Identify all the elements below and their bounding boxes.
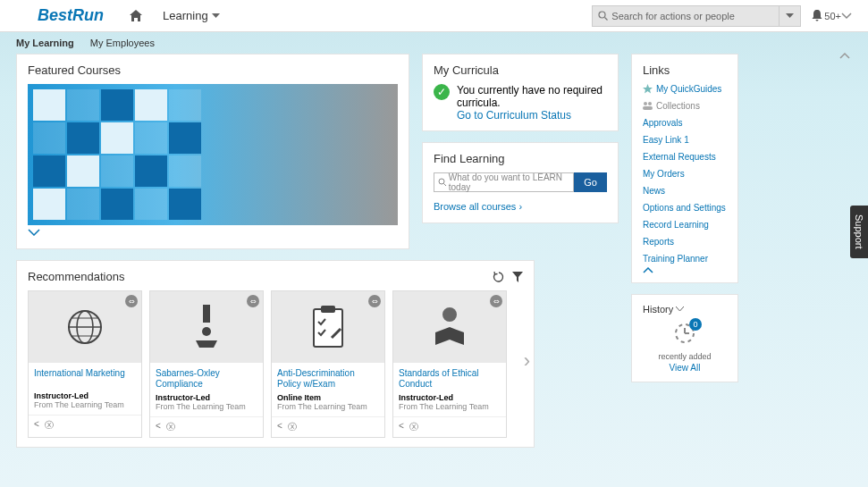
link-item[interactable]: Easy Link 1 — [643, 135, 727, 145]
curricula-title: My Curricula — [434, 63, 607, 77]
search-icon — [598, 11, 608, 21]
search-placeholder: Search for actions or people — [611, 11, 735, 21]
svg-rect-10 — [321, 306, 335, 313]
person-book-icon — [430, 306, 469, 348]
brand-logo[interactable]: BestRun — [38, 6, 104, 25]
dismiss-icon[interactable]: ⓧ — [409, 421, 418, 433]
svg-rect-16 — [643, 106, 653, 110]
user-menu-dropdown[interactable] — [841, 13, 852, 20]
dismiss-icon[interactable]: ⓧ — [166, 421, 175, 433]
link-badge-icon[interactable]: ⇔ — [247, 295, 259, 307]
svg-rect-7 — [203, 305, 210, 323]
browse-courses-link[interactable]: Browse all courses › — [434, 201, 522, 212]
svg-point-0 — [599, 12, 605, 18]
notif-count: 50+ — [824, 11, 841, 21]
card-title-link[interactable]: International Marketing — [34, 368, 136, 388]
share-icon[interactable]: < — [399, 421, 404, 433]
card-title-link[interactable]: Standards of Ethical Conduct — [399, 368, 501, 390]
globe-icon — [64, 306, 105, 348]
card-title-link[interactable]: Sabarnes-Oxley Compliance — [156, 368, 257, 390]
home-icon[interactable] — [129, 10, 143, 22]
recommendation-card: ⇔ International Marketing Instructor-Led… — [28, 290, 142, 438]
svg-point-8 — [202, 327, 211, 336]
history-count-badge: 0 — [689, 318, 702, 331]
card-source: From The Learning Team — [156, 402, 257, 411]
tab-my-employees[interactable]: My Employees — [90, 38, 155, 48]
links-collapse-button[interactable] — [643, 267, 727, 273]
card-thumbnail[interactable]: ⇔ — [393, 291, 506, 363]
svg-point-11 — [442, 307, 457, 322]
link-item[interactable]: Approvals — [643, 118, 727, 128]
curricula-message: You currently have no required curricula… — [457, 84, 607, 109]
featured-expand-button[interactable] — [28, 225, 398, 239]
exclamation-badge-icon — [187, 305, 226, 349]
card-thumbnail[interactable]: ⇔ — [29, 291, 141, 363]
card-thumbnail[interactable]: ⇔ — [272, 291, 384, 363]
link-item[interactable]: Options and Settings — [643, 203, 727, 213]
dismiss-icon[interactable]: ⓧ — [288, 421, 297, 433]
chevron-down-icon — [676, 306, 684, 312]
card-source: From The Learning Team — [399, 402, 501, 411]
svg-point-15 — [648, 102, 652, 105]
share-icon[interactable]: < — [156, 421, 161, 433]
find-learning-panel: Find Learning What do you want to LEARN … — [422, 142, 619, 223]
nav-dropdown-label: Learning — [163, 9, 208, 22]
card-source: From The Learning Team — [34, 400, 136, 409]
notifications-button[interactable]: 50+ — [812, 10, 841, 21]
card-title-link[interactable]: Anti-Descrimination Policy w/Exam — [277, 368, 379, 390]
link-item[interactable]: External Requests — [643, 152, 727, 162]
find-learning-input[interactable]: What do you want to LEARN today — [434, 172, 574, 192]
recommendations-title: Recommendations — [28, 270, 485, 283]
star-icon — [643, 84, 653, 94]
tab-my-learning[interactable]: My Learning — [16, 38, 74, 48]
find-title: Find Learning — [434, 152, 607, 165]
global-search-input[interactable]: Search for actions or people — [592, 5, 780, 27]
find-placeholder: What do you want to LEARN today — [449, 172, 570, 192]
svg-line-1 — [605, 18, 608, 21]
chevron-down-icon — [212, 13, 220, 19]
featured-title: Featured Courses — [28, 63, 398, 77]
curriculum-status-link[interactable]: Go to Curriculum Status — [457, 109, 607, 122]
link-item[interactable]: My Orders — [643, 169, 727, 179]
svg-point-12 — [439, 179, 444, 184]
go-button[interactable]: Go — [574, 172, 607, 192]
carousel-next-button[interactable]: › — [524, 349, 530, 373]
search-icon — [438, 178, 446, 187]
people-icon — [643, 101, 653, 111]
link-item[interactable]: Record Learning — [643, 220, 727, 230]
recommendation-card: ⇔ Anti-Descrimination Policy w/Exam Onli… — [271, 290, 385, 438]
svg-point-14 — [644, 102, 647, 105]
chevron-down-icon — [786, 13, 794, 19]
history-subtitle: recently added — [643, 352, 727, 361]
links-panel: Links My QuickGuides Collections Approva… — [631, 54, 738, 283]
share-icon[interactable]: < — [34, 419, 39, 432]
dismiss-icon[interactable]: ⓧ — [45, 419, 54, 432]
link-badge-icon[interactable]: ⇔ — [368, 295, 381, 307]
card-thumbnail[interactable]: ⇔ — [150, 291, 263, 363]
card-type: Instructor-Led — [156, 393, 257, 402]
collections-link[interactable]: Collections — [643, 101, 727, 111]
nav-dropdown-learning[interactable]: Learning — [163, 9, 220, 22]
featured-courses-panel: Featured Courses — [16, 54, 409, 249]
history-toggle[interactable]: History — [643, 304, 727, 315]
clipboard-check-icon — [310, 306, 346, 348]
svg-line-13 — [444, 184, 446, 187]
search-dropdown-button[interactable] — [780, 5, 801, 27]
link-badge-icon[interactable]: ⇔ — [125, 295, 138, 307]
recommendation-card: ⇔ Sabarnes-Oxley Compliance Instructor-L… — [149, 290, 264, 438]
card-type: Instructor-Led — [399, 393, 501, 402]
link-badge-icon[interactable]: ⇔ — [490, 295, 502, 307]
link-item[interactable]: Training Planner — [643, 254, 727, 264]
links-title: Links — [643, 63, 727, 77]
support-tab[interactable]: Support — [850, 206, 868, 258]
link-item[interactable]: Reports — [643, 237, 727, 247]
history-viewall-link[interactable]: View All — [643, 363, 727, 373]
check-circle-icon: ✓ — [434, 84, 450, 100]
svg-rect-9 — [314, 309, 342, 347]
card-source: From The Learning Team — [277, 402, 379, 411]
quickguides-link[interactable]: My QuickGuides — [643, 84, 727, 94]
recommendation-card: ⇔ Standards of Ethical Conduct Instructo… — [392, 290, 507, 438]
link-item[interactable]: News — [643, 186, 727, 196]
share-icon[interactable]: < — [277, 421, 282, 433]
featured-image[interactable] — [28, 84, 398, 225]
